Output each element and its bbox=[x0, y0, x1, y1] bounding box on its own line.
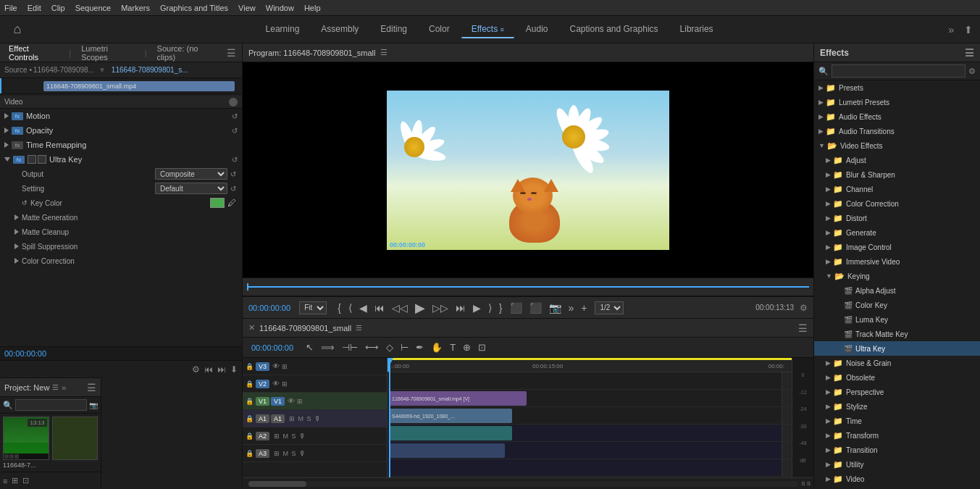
tl-rolling-edit[interactable]: ⟷ bbox=[363, 340, 381, 354]
step-fwd-frame-btn[interactable]: ▷▷ bbox=[430, 302, 451, 314]
eff-utility[interactable]: ▶ 📁 Utility bbox=[814, 457, 980, 472]
v1-target-badge[interactable]: V1 bbox=[256, 397, 269, 406]
mark-out-btn[interactable]: } bbox=[497, 302, 505, 314]
project-item-1[interactable]: 13:13 116648-7... bbox=[3, 417, 49, 469]
v1-eye-icon[interactable]: 👁 bbox=[288, 397, 295, 405]
eff-transform[interactable]: ▶ 📁 Transform bbox=[814, 428, 980, 443]
tl-razor[interactable]: ◇ bbox=[384, 340, 395, 354]
add-marker-btn[interactable]: + bbox=[579, 302, 589, 314]
tl-pen[interactable]: ✒ bbox=[414, 340, 426, 354]
a1-mic[interactable]: 🎙 bbox=[314, 415, 321, 422]
v1-sync-icon[interactable]: ⊞ bbox=[297, 398, 303, 405]
v2-name[interactable]: V2 bbox=[256, 380, 269, 388]
timeline-ruler[interactable]: -:00:00 00:00:15:00 00:00: bbox=[388, 358, 792, 372]
ultrakey-checkbox2[interactable] bbox=[38, 155, 46, 164]
strip-export-icon[interactable]: ⬇ bbox=[230, 364, 238, 375]
matte-cleanup-row[interactable]: Matte Cleanup bbox=[0, 225, 242, 239]
menu-sequence[interactable]: Sequence bbox=[75, 4, 112, 12]
eff-distort[interactable]: ▶ 📁 Distort bbox=[814, 211, 980, 225]
v2-clip[interactable]: 116648-708909801_small.mp4 [V] bbox=[389, 391, 527, 406]
eff-luma-key[interactable]: 🎬 Luma Key bbox=[814, 312, 980, 327]
v1-clip[interactable]: S440069-hd_1920_1080_... bbox=[389, 409, 512, 423]
a3-name[interactable]: A3 bbox=[256, 449, 269, 458]
tl-ripple[interactable]: ⊕ bbox=[461, 340, 473, 354]
strip-next-icon[interactable]: ⏭ bbox=[217, 364, 226, 375]
project-search-input[interactable] bbox=[15, 399, 87, 411]
more-controls-btn[interactable]: » bbox=[566, 302, 577, 314]
project-thumb-2[interactable] bbox=[52, 417, 99, 460]
tl-captions[interactable]: ⊡ bbox=[476, 340, 488, 354]
v3-track[interactable] bbox=[388, 372, 792, 390]
menu-file[interactable]: File bbox=[4, 4, 17, 12]
a2-name[interactable]: A2 bbox=[256, 432, 269, 440]
tab-editing[interactable]: Editing bbox=[370, 21, 417, 38]
tl-select-tool[interactable]: ↖ bbox=[303, 340, 316, 354]
eff-audio-effects[interactable]: ▶ 📁 Audio Effects bbox=[814, 109, 980, 124]
panel-menu-icon[interactable]: ☰ bbox=[227, 47, 236, 59]
effect-timeremap-row[interactable]: fx Time Remapping bbox=[0, 138, 242, 152]
a2-lock-icon[interactable]: 🔒 bbox=[246, 432, 254, 440]
menu-markers[interactable]: Markers bbox=[121, 4, 150, 12]
menu-graphics[interactable]: Graphics and Titles bbox=[160, 4, 228, 12]
eff-blur-sharpen[interactable]: ▶ 📁 Blur & Sharpen bbox=[814, 167, 980, 182]
ultra-key-row[interactable]: fx Ultra Key ↺ bbox=[0, 152, 242, 167]
a1-sync[interactable]: ⊞ bbox=[289, 415, 295, 422]
tab-assembly[interactable]: Assembly bbox=[311, 21, 369, 38]
a1-s[interactable]: S bbox=[307, 415, 311, 422]
quality-selector[interactable]: 1/2 bbox=[595, 301, 624, 314]
list-view-icon[interactable]: ≡ bbox=[3, 477, 7, 485]
eff-generate[interactable]: ▶ 📁 Generate bbox=[814, 225, 980, 240]
grid-view-icon[interactable]: ⊞ bbox=[12, 476, 18, 485]
motion-reset[interactable]: ↺ bbox=[232, 112, 238, 120]
scroll-bar[interactable] bbox=[248, 481, 798, 487]
effect-opacity-row[interactable]: fx Opacity ↺ bbox=[0, 123, 242, 138]
tl-track-select[interactable]: ⟹ bbox=[319, 340, 337, 354]
step-back-btn[interactable]: ◀ bbox=[357, 302, 369, 314]
timeline-scroll[interactable]: S S bbox=[243, 477, 813, 489]
tl-ripple-edit[interactable]: ⊣⊢ bbox=[340, 340, 360, 354]
menu-view[interactable]: View bbox=[238, 4, 256, 12]
eff-video[interactable]: ▶ 📁 Video bbox=[814, 472, 980, 486]
prev-keyframe-btn[interactable]: ⟨ bbox=[346, 302, 354, 314]
a1-lock-icon[interactable]: 🔒 bbox=[246, 415, 254, 422]
matte-gen-row[interactable]: Matte Generation bbox=[0, 210, 242, 225]
tab-source[interactable]: Source: (no clips) bbox=[154, 44, 219, 62]
export-frame-btn[interactable]: 📷 bbox=[547, 302, 564, 314]
a2-track[interactable] bbox=[388, 442, 792, 459]
eff-perspective[interactable]: ▶ 📁 Perspective bbox=[814, 385, 980, 399]
a3-s[interactable]: S bbox=[292, 450, 296, 457]
eff-track-matte-key[interactable]: 🎬 Track Matte Key bbox=[814, 327, 980, 341]
eff-channel[interactable]: ▶ 📁 Channel bbox=[814, 182, 980, 196]
eff-color-correction[interactable]: ▶ 📁 Color Correction bbox=[814, 196, 980, 211]
eff-adjust[interactable]: ▶ 📁 Adjust bbox=[814, 153, 980, 167]
monitor-menu-icon[interactable]: ☰ bbox=[380, 48, 388, 57]
v2-lock-icon[interactable]: 🔒 bbox=[246, 380, 254, 388]
eff-color-key[interactable]: 🎬 Color Key bbox=[814, 298, 980, 312]
a1-track[interactable] bbox=[388, 425, 792, 442]
a3-lock-icon[interactable]: 🔒 bbox=[246, 450, 254, 457]
v3-eye-icon[interactable]: 👁 bbox=[272, 362, 280, 370]
setting-select[interactable]: Default bbox=[155, 183, 227, 194]
strip-filter-icon[interactable]: ⚙ bbox=[192, 364, 200, 375]
ultrakey-checkbox1[interactable] bbox=[28, 155, 36, 164]
eff-noise-grain[interactable]: ▶ 📁 Noise & Grain bbox=[814, 356, 980, 370]
scroll-thumb[interactable] bbox=[248, 481, 306, 487]
eff-presets[interactable]: ▶ 📁 Presets bbox=[814, 80, 980, 95]
home-button[interactable]: ⌂ bbox=[7, 20, 28, 40]
tab-color[interactable]: Color bbox=[419, 21, 460, 38]
go-to-in-btn[interactable]: ⏮ bbox=[372, 302, 387, 314]
play-btn[interactable]: ▶ bbox=[413, 300, 427, 316]
eff-alpha-adjust[interactable]: 🎬 Alpha Adjust bbox=[814, 283, 980, 298]
v3-name[interactable]: V3 bbox=[256, 362, 269, 371]
project-item-2[interactable] bbox=[52, 417, 99, 460]
effects-panel-menu[interactable]: ☰ bbox=[965, 47, 974, 59]
tab-learning[interactable]: Learning bbox=[256, 21, 310, 38]
overwrite-btn[interactable]: ⬛ bbox=[527, 302, 544, 314]
tl-slip[interactable]: ⊢ bbox=[398, 340, 411, 354]
eff-keying[interactable]: ▼ 📂 Keying bbox=[814, 269, 980, 283]
spill-suppress-row[interactable]: Spill Suppression bbox=[0, 239, 242, 254]
key-color-swatch[interactable] bbox=[210, 198, 225, 208]
effects-filter-icon[interactable]: ⚙ bbox=[968, 67, 976, 76]
v3-lock-icon[interactable]: 🔒 bbox=[246, 363, 254, 370]
eff-video-effects[interactable]: ▼ 📂 Video Effects bbox=[814, 138, 980, 153]
